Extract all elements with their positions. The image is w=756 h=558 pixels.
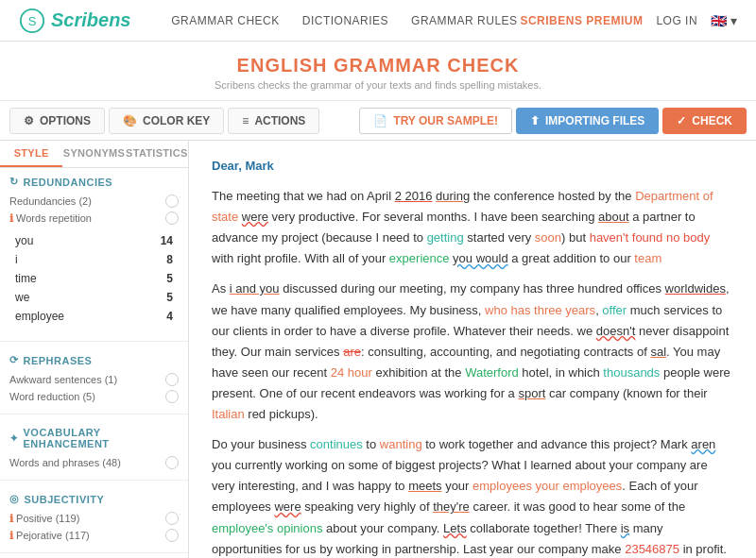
- vocab-employee-opinions: employee's opinions: [212, 521, 322, 535]
- tab-synonyms[interactable]: SYNONYMS: [62, 141, 125, 167]
- main-layout: STYLE SYNONYMS STATISTICS ↻ REDUNDANCIES…: [0, 141, 756, 558]
- info-icon-2: ℹ: [9, 513, 13, 524]
- error-aren[interactable]: aren: [691, 437, 715, 451]
- nav-right: SCRIBENS PREMIUM LOG IN 🇬🇧 ▾: [520, 13, 737, 28]
- svg-text:S: S: [28, 13, 37, 27]
- error-were2[interactable]: were: [274, 499, 301, 514]
- top-navigation: S Scribens GRAMMAR CHECK DICTIONARIES GR…: [0, 0, 756, 42]
- radio-words-phrases[interactable]: [165, 456, 179, 469]
- word-reduction-item[interactable]: Word reduction (5): [9, 388, 179, 405]
- subjectivity-section: ◎ SUBJECTIVITY ℹ Positive (119) ℹ Pejora…: [0, 485, 188, 548]
- toolbar: ⚙ OPTIONS 🎨 COLOR KEY ≡ ACTIONS 📄 TRY OU…: [0, 101, 756, 141]
- radio-word-reduction[interactable]: [165, 390, 179, 403]
- error-is[interactable]: is: [621, 521, 629, 535]
- error-you-would[interactable]: you would: [453, 251, 508, 265]
- error-i-and[interactable]: i and you: [230, 281, 280, 296]
- sidebar-tabs: STYLE SYNONYMS STATISTICS: [0, 141, 188, 168]
- error-date[interactable]: 2 2016: [395, 189, 433, 203]
- words-repetition-table: you14 i8 time5 we5 employee4: [9, 230, 179, 327]
- page-subtitle: Scribens checks the grammar of your text…: [0, 79, 756, 91]
- actions-icon: ≡: [242, 114, 249, 127]
- import-icon: ⬆: [530, 114, 540, 127]
- radio-redundancies[interactable]: [165, 194, 179, 208]
- highlight-three-years: who has three years: [485, 303, 595, 317]
- paragraph-3: Do your business continues to wanting to…: [212, 434, 733, 558]
- error-sport[interactable]: sport: [518, 386, 545, 400]
- vocab-offer: offer: [602, 303, 627, 317]
- positive-item[interactable]: ℹ Positive (119): [9, 510, 179, 527]
- nav-grammar-check[interactable]: GRAMMAR CHECK: [171, 14, 280, 27]
- palette-icon: 🎨: [123, 114, 137, 127]
- tab-style[interactable]: STYLE: [0, 141, 62, 167]
- error-worldwides[interactable]: worldwides: [665, 281, 726, 296]
- vocab-wanting: wanting: [380, 437, 422, 451]
- vocab-24hour: 24 hour: [331, 365, 372, 380]
- sync-icon: ↻: [9, 176, 19, 188]
- logo-text: Scribens: [51, 9, 130, 31]
- try-sample-button[interactable]: 📄 TRY OUR SAMPLE!: [359, 108, 512, 134]
- error-theyre[interactable]: they're: [433, 499, 470, 514]
- info-icon: ℹ: [9, 212, 13, 224]
- check-button[interactable]: ✓ CHECK: [662, 108, 747, 134]
- awkward-sentences-item[interactable]: Awkward sentences (1): [9, 371, 179, 388]
- nav-premium[interactable]: SCRIBENS PREMIUM: [520, 14, 643, 27]
- vocab-soon: soon: [535, 230, 561, 245]
- rephrases-section: ⟳ REPHRASES Awkward sentences (1) Word r…: [0, 347, 188, 409]
- vocab-waterford: Waterford: [465, 365, 519, 380]
- redundancies-title: ↻ REDUNDANCIES: [9, 176, 179, 188]
- logo-icon: S: [19, 8, 45, 34]
- salutation: Dear, Mark: [212, 156, 733, 177]
- actions-button[interactable]: ≡ ACTIONS: [228, 108, 319, 134]
- error-during[interactable]: during: [436, 189, 470, 203]
- vocab-employees: employees your employees: [472, 479, 622, 493]
- paragraph-1: The meeting that we had on April 2 2016 …: [212, 186, 733, 269]
- error-number: 23546875: [625, 542, 679, 556]
- vocab-italian: Italian: [212, 407, 245, 421]
- redundancies-item[interactable]: Redundancies (2): [9, 193, 179, 210]
- vocab-team: team: [634, 251, 662, 265]
- error-doesnt[interactable]: doesn't: [596, 324, 636, 338]
- logo[interactable]: S Scribens: [19, 8, 130, 34]
- error-lets[interactable]: Lets: [443, 521, 467, 535]
- nav-login[interactable]: LOG IN: [656, 14, 697, 27]
- subjectivity-icon: ◎: [9, 493, 20, 505]
- rephrase-icon: ⟳: [9, 354, 19, 366]
- radio-awkward[interactable]: [165, 373, 179, 386]
- nav-dictionaries[interactable]: DICTIONARIES: [302, 14, 388, 27]
- gear-icon: ⚙: [24, 114, 34, 127]
- nav-links: GRAMMAR CHECK DICTIONARIES GRAMMAR RULES: [168, 14, 520, 27]
- error-no-body: haven't found no body: [590, 230, 711, 245]
- nav-grammar-rules[interactable]: GRAMMAR RULES: [411, 14, 518, 27]
- page-header: ENGLISH GRAMMAR CHECK Scribens checks th…: [0, 42, 756, 101]
- info-icon-3: ℹ: [9, 530, 13, 541]
- vocab-icon: ✦: [9, 432, 19, 445]
- language-flag[interactable]: 🇬🇧 ▾: [711, 13, 737, 28]
- error-meets[interactable]: meets: [408, 479, 441, 493]
- radio-positive[interactable]: [165, 512, 179, 525]
- vocabulary-title: ✦ VOCABULARY ENHANCEMENT: [9, 427, 179, 449]
- radio-words-repetition[interactable]: [165, 211, 179, 225]
- pejorative-item[interactable]: ℹ Pejorative (117): [9, 527, 179, 544]
- tab-statistics[interactable]: STATISTICS: [126, 141, 188, 167]
- error-are: are: [343, 345, 361, 359]
- error-sal[interactable]: sal: [650, 345, 666, 359]
- vocab-getting: getting: [427, 230, 464, 245]
- table-row: employee4: [11, 308, 177, 325]
- words-phrases-item[interactable]: Words and phrases (48): [9, 454, 179, 471]
- table-row: i8: [11, 251, 177, 268]
- options-button[interactable]: ⚙ OPTIONS: [9, 108, 105, 134]
- words-repetition-item[interactable]: ℹ Words repetition: [9, 210, 179, 227]
- redundancies-section: ↻ REDUNDANCIES Redundancies (2) ℹ Words …: [0, 168, 188, 336]
- sample-icon: 📄: [373, 114, 387, 127]
- color-key-button[interactable]: 🎨 COLOR KEY: [109, 108, 224, 134]
- import-files-button[interactable]: ⬆ IMPORTING FILES: [516, 108, 659, 134]
- table-row: time5: [11, 270, 177, 287]
- subjectivity-title: ◎ SUBJECTIVITY: [9, 493, 179, 505]
- vocab-experience: experience: [389, 251, 450, 265]
- error-were[interactable]: were: [242, 210, 268, 224]
- radio-pejorative[interactable]: [165, 529, 179, 542]
- content-area[interactable]: Dear, Mark The meeting that we had on Ap…: [189, 141, 756, 558]
- vocab-thousands: thousands: [603, 365, 660, 380]
- error-about[interactable]: about: [598, 210, 629, 224]
- vocabulary-section: ✦ VOCABULARY ENHANCEMENT Words and phras…: [0, 419, 188, 475]
